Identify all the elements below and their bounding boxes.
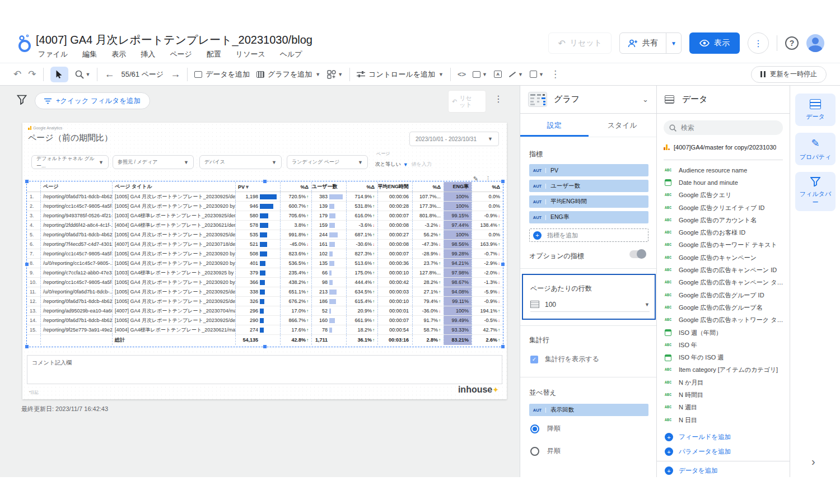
- insert-image-button[interactable]: ▼: [473, 71, 487, 78]
- field-search-input[interactable]: 検索: [664, 120, 783, 135]
- date-range-control[interactable]: 2023/10/01 - 2023/10/31 ▼: [409, 132, 499, 146]
- avatar[interactable]: [806, 34, 824, 52]
- select-tool-button[interactable]: [50, 67, 68, 82]
- datasource-item[interactable]: [4007]GA4/master for copy/20231030: [664, 144, 783, 151]
- table-row[interactable]: 7./reporting/cc1c45c7-9805-4a5f-...[1005…: [27, 249, 503, 259]
- help-icon[interactable]: ?: [785, 36, 799, 50]
- rail-properties-button[interactable]: ✎ プロパティ: [795, 133, 836, 165]
- column-header[interactable]: %Δ: [472, 182, 503, 192]
- menu-item[interactable]: 編集: [82, 49, 97, 59]
- canvas-reset-button[interactable]: ↶ リセット: [448, 90, 486, 113]
- column-header[interactable]: ページ タイトル: [112, 182, 235, 192]
- next-page-button[interactable]: →: [170, 68, 180, 80]
- field-item[interactable]: ABCGoogle 広告のキャンペーン: [657, 251, 790, 264]
- field-item[interactable]: ABCGoogle 広告の広告キャンペーン ID: [657, 264, 790, 276]
- table-row[interactable]: 9./reporting/c7ccfa12-abb0-47e3-...[1003…: [27, 268, 503, 278]
- metric-chip[interactable]: AUTユーザー数: [529, 180, 648, 192]
- table-row[interactable]: 総計54,13542.8%↑1,71136.1%↑00:03:162.8%↑83…: [27, 335, 503, 345]
- field-item[interactable]: ABCN 週目: [657, 402, 790, 414]
- field-item[interactable]: ABCAudience resource name: [657, 164, 790, 176]
- reset-button[interactable]: ↶ リセット: [548, 32, 612, 54]
- metric-chip[interactable]: AUT平均ENG時間: [529, 195, 648, 208]
- undo-button[interactable]: ↶: [13, 68, 21, 80]
- menu-item[interactable]: 挿入: [141, 49, 155, 59]
- share-button[interactable]: 共有 ▼: [619, 32, 682, 54]
- canvas-more-button[interactable]: ⋮: [494, 94, 503, 104]
- selection-handle[interactable]: [501, 345, 505, 348]
- share-dropdown-caret[interactable]: ▼: [666, 33, 681, 53]
- tab-style[interactable]: スタイル: [589, 114, 657, 137]
- add-quick-filter-button[interactable]: +クイック フィルタを追加: [35, 92, 150, 109]
- table-row[interactable]: 10./reporting/cc1c45c7-9805-4a5f-...[100…: [27, 278, 503, 287]
- table-row[interactable]: 5./reporting/0fa6d7b1-8dcb-4b62...[1005]…: [27, 230, 503, 240]
- rail-data-button[interactable]: データ: [795, 94, 836, 126]
- column-header[interactable]: PV ▼: [235, 182, 280, 192]
- sort-field-chip[interactable]: AUT 表示回数: [529, 404, 648, 416]
- collapse-chevron-icon[interactable]: ⌄: [642, 95, 648, 104]
- toolbar-more-button[interactable]: ⋮: [550, 68, 560, 80]
- add-parameter-button[interactable]: + パラメータを追加: [665, 447, 731, 456]
- add-metric-button[interactable]: + 指標を追加: [529, 228, 648, 242]
- field-item[interactable]: ABCGoogle 広告のアカウント名: [657, 214, 790, 226]
- field-item[interactable]: ABCItem category [アイテムのカテゴリ]: [657, 364, 790, 376]
- filter-operator-dropdown[interactable]: 次と等しい ▼: [375, 161, 408, 168]
- metric-chip[interactable]: AUTPV: [529, 164, 648, 176]
- field-item[interactable]: ABCN か月目: [657, 376, 790, 389]
- column-header[interactable]: %Δ: [280, 182, 311, 192]
- metric-chip[interactable]: AUTENG率: [529, 211, 648, 223]
- sort-descending-radio[interactable]: 降順: [530, 424, 561, 433]
- looker-studio-logo-icon[interactable]: [17, 34, 32, 53]
- filter-control-2[interactable]: デバイス▼: [199, 155, 282, 169]
- previous-page-button[interactable]: ←: [104, 68, 114, 80]
- table-row[interactable]: 13./reporting/ad95029b-ea10-4a66...[4007…: [27, 306, 503, 316]
- field-item[interactable]: ABCGoogle 広告クエリ: [657, 189, 790, 202]
- field-item[interactable]: ABCGoogle 広告の広告ネットワーク タイ...: [657, 314, 790, 326]
- zoom-tool-button[interactable]: ▼: [75, 70, 91, 79]
- table-row[interactable]: 4./reporting/2fdd6f42-a8c4-4c1f-...[4004…: [27, 221, 503, 230]
- more-options-button[interactable]: ⋮: [748, 32, 769, 54]
- filter-funnel-icon[interactable]: [17, 95, 27, 105]
- column-header[interactable]: [27, 182, 40, 192]
- field-item[interactable]: ABCN 年目: [657, 426, 790, 428]
- menu-item[interactable]: ファイル: [38, 49, 68, 59]
- field-item[interactable]: Date hour and minute: [657, 176, 790, 189]
- table-row[interactable]: 15./reporting/9f25e779-3a91-49e2...[4004…: [27, 325, 503, 335]
- selection-handle[interactable]: [263, 345, 267, 348]
- add-data-button[interactable]: データを追加: [194, 69, 250, 80]
- collapse-panel-chevron[interactable]: ›: [811, 455, 815, 468]
- filter-control-3[interactable]: ランディング ページ▼: [287, 155, 368, 169]
- column-header[interactable]: ユーザー数: [311, 182, 346, 192]
- menu-item[interactable]: ページ: [170, 49, 192, 59]
- table-row[interactable]: 14./reporting/0fa6d7b1-8dcb-4b62...[1005…: [27, 316, 503, 325]
- data-table[interactable]: ページページ タイトルPV ▼%Δユーザー数%Δ平均ENG時間%ΔENG率%Δ …: [27, 182, 503, 345]
- filter-value-input[interactable]: 値を入力: [412, 161, 432, 168]
- field-item[interactable]: ABCN 日目: [657, 414, 790, 426]
- rows-per-page-select[interactable]: 100 ▼: [530, 297, 650, 312]
- field-item[interactable]: ISO 年の ISO 週: [657, 351, 790, 363]
- column-header[interactable]: %Δ: [412, 182, 444, 192]
- menu-item[interactable]: 配置: [207, 49, 221, 59]
- sort-ascending-radio[interactable]: 昇順: [530, 446, 561, 456]
- optional-metrics-toggle[interactable]: [629, 250, 646, 258]
- filter-control-1[interactable]: 参照元 / メディア▼: [113, 155, 194, 169]
- table-row[interactable]: 3./reporting/9493785f-0526-4f21-...[1003…: [27, 211, 503, 221]
- report-title[interactable]: [4007] GA4 月次レポートテンプレート_20231030/blog: [36, 32, 312, 48]
- column-header[interactable]: %Δ: [346, 182, 377, 192]
- table-row[interactable]: 2./reporting/cc1c45c7-9805-4a5f-...[1005…: [27, 202, 503, 211]
- pause-updates-button[interactable]: 更新を一時停止: [751, 66, 827, 83]
- chart-type-thumbnail-icon[interactable]: [528, 92, 547, 107]
- menu-item[interactable]: 表示: [111, 49, 126, 59]
- show-summary-row-checkbox[interactable]: ✓ 集計行を表示する: [530, 354, 599, 364]
- field-item[interactable]: ISO 週（年間）: [657, 326, 790, 339]
- redo-button[interactable]: ↷: [28, 68, 36, 80]
- report-page[interactable]: Google Analytics ページ（前の期間比） 2023/10/01 -…: [22, 123, 507, 399]
- filter-control-0[interactable]: デフォルトチャネル グルー...▼: [31, 155, 109, 169]
- selection-handle[interactable]: [25, 345, 29, 348]
- insert-text-button[interactable]: [494, 71, 502, 78]
- field-item[interactable]: ABCN 時間目: [657, 389, 790, 401]
- column-header[interactable]: ページ: [40, 182, 112, 192]
- add-data-source-button[interactable]: + データを追加: [665, 466, 718, 475]
- column-header[interactable]: ENG率: [444, 182, 472, 192]
- add-chart-button[interactable]: グラフを追加 ▼: [256, 69, 320, 80]
- view-button[interactable]: 表示: [689, 32, 740, 54]
